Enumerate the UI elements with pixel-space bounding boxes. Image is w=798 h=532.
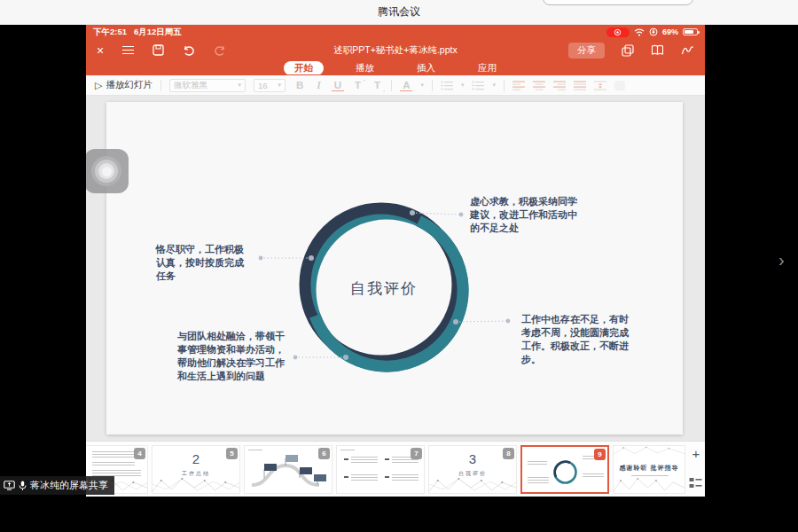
slide-thumbnail-10[interactable]: 感谢聆听 批评指导 [613,445,685,494]
slide-thumbnail-7[interactable]: 7 [336,445,425,494]
record-icon [614,28,622,36]
formatting-toolbar: ▷ 播放幻灯片 微软雅黑 ▾ 16 ▾ B I U T′ T, A ▾ [86,75,705,96]
callout-right: 工作中也存在不足，有时 考虑不周，没能圆满完成 工作。积极改正，不断进 步。 [521,313,644,366]
truncated-toolbar-item [614,81,625,90]
chevron-down-icon[interactable]: ▾ [492,82,496,89]
network-decoration [614,477,685,493]
slide-center-title: 自我评价 [331,278,437,299]
add-slide-button[interactable]: + [687,447,705,460]
numbered-list-icon[interactable] [472,81,484,90]
menu-icon[interactable] [122,46,134,54]
status-date: 6月12日周五 [134,27,182,38]
panel-expand-chevron[interactable]: › [778,250,785,270]
grow-font-button[interactable]: T′ [352,80,364,90]
chevron-down-icon: ▾ [278,82,281,89]
close-icon[interactable]: × [97,44,104,57]
align-justify-icon[interactable] [574,81,586,90]
slide-sorter-icon[interactable] [689,477,702,489]
callout-top-right: 虚心求教，积极采纳同学 建议，改进工作和活动中 的不足之处 [470,195,589,235]
microphone-icon [19,481,27,491]
line-spacing-icon[interactable] [594,81,606,90]
orientation-lock-icon [649,27,658,36]
slide-thumbnail-9-selected[interactable]: 9 [520,445,609,494]
meeting-window-title: 腾讯会议 [378,4,420,20]
slide-number-badge: 8 [503,448,514,459]
battery-percent: 69% [662,27,678,36]
copy-slides-icon[interactable] [622,44,634,57]
slide-filmstrip: 4 5 2 工作总结 [86,441,705,497]
play-slideshow-button[interactable]: ▷ 播放幻灯片 [95,79,153,91]
mini-ring-decoration [551,458,579,486]
status-time: 下午2:51 [93,27,127,38]
align-center-icon[interactable] [533,81,545,90]
save-icon[interactable] [153,44,164,56]
recording-pill[interactable] [606,27,630,37]
font-name-select[interactable]: 微软雅黑 ▾ [169,79,246,92]
italic-button[interactable]: I [314,80,323,90]
closing-caption: 感谢聆听 批评指导 [614,464,685,473]
undo-icon[interactable] [183,45,195,56]
slide-number-badge: 5 [226,448,238,459]
share-button[interactable]: 分享 [568,43,605,59]
roadmap-decoration [245,453,332,493]
font-color-button[interactable]: A [400,80,412,91]
slide-thumbnail-6[interactable]: 6 [244,445,332,494]
tab-home[interactable]: 开始 [284,61,324,75]
chevron-down-icon: ▾ [238,82,241,89]
bold-button[interactable]: B [293,80,306,90]
align-right-icon[interactable] [553,81,566,90]
align-left-icon[interactable] [512,81,525,90]
shared-screen: 下午2:51 6月12日周五 [86,25,705,497]
network-decoration [429,477,516,493]
callout-bottom-left: 与团队相处融洽，带领干 事管理物资和举办活动， 帮助他们解决在学习工作 和生活上… [177,330,300,383]
ios-status-bar: 下午2:51 6月12日周五 [86,25,705,39]
tab-insert[interactable]: 插入 [406,61,446,75]
read-mode-icon[interactable] [651,44,664,56]
slide-canvas[interactable]: 自我评价 虚心求教，积极采纳同学 建议，改进工作和活动中 的不足之处 恪尽职守，… [86,96,705,441]
bullet-list-icon[interactable] [441,81,453,90]
slide-number-badge: 7 [411,448,422,459]
battery-icon [683,28,698,35]
slide-number-badge: 6 [318,448,330,459]
share-banner-label: 蒋冰纯的屏幕共享 [30,479,108,492]
font-size-select[interactable]: 16 ▾ [254,79,286,92]
slide-thumbnail-8[interactable]: 8 3 自我评价 [428,445,517,494]
chevron-down-icon[interactable]: ▾ [461,82,465,89]
tab-apps[interactable]: 应用 [467,61,507,75]
screen-share-banner[interactable]: 蒋冰纯的屏幕共享 [0,476,114,495]
meeting-window: 腾讯会议 下午2:51 6月12日周五 [0,0,798,532]
shrink-font-button[interactable]: T, [372,80,383,90]
tab-play[interactable]: 播放 [345,61,385,75]
floating-panel-edge[interactable] [543,0,693,5]
play-icon: ▷ [95,80,102,91]
filmstrip-controls: + [687,442,705,497]
ink-pen-icon[interactable] [681,44,694,56]
current-slide[interactable]: 自我评价 虚心求教，积极采纳同学 建议，改进工作和活动中 的不足之处 恪尽职守，… [106,102,683,434]
screen-share-icon [4,481,15,490]
underline-button[interactable]: U [332,80,344,91]
slide-number-badge: 4 [134,448,145,459]
redo-icon[interactable] [214,45,226,56]
chevron-down-icon[interactable]: ▾ [420,82,424,89]
document-titlebar: 述职PPT+秘书处+蒋冰纯.pptx × 分享 [86,39,705,61]
callout-left: 恪尽职守，工作积极 认真，按时按质完成 任务 [156,243,259,283]
ribbon-tabbar: 开始 播放 插入 应用 [86,61,705,75]
assistive-touch-button[interactable] [86,149,129,193]
slide-number-badge: 9 [594,449,606,460]
slide-thumbnail-5[interactable]: 5 2 工作总结 [152,445,240,494]
wifi-icon [634,28,645,36]
network-decoration [153,477,239,493]
network-decoration [614,446,685,457]
